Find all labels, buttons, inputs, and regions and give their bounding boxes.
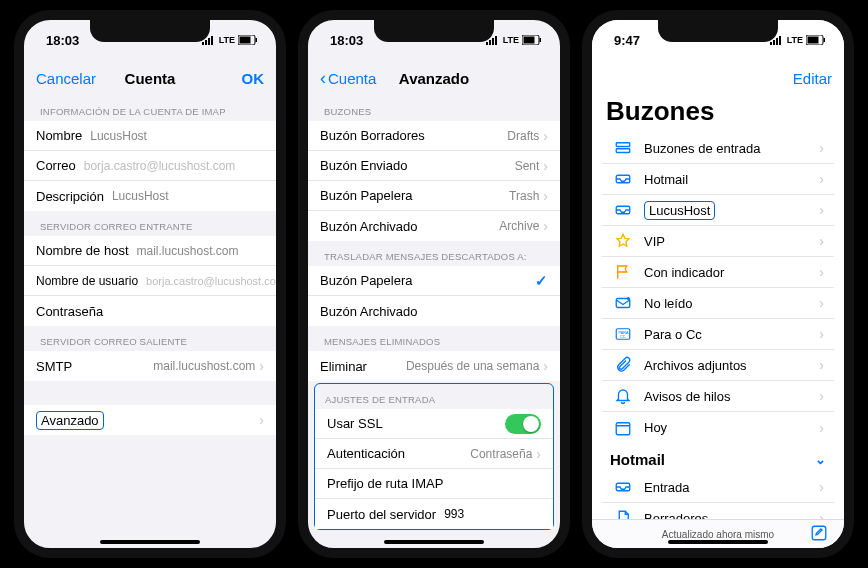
smtp-row[interactable]: SMTP mail.lucushost.com › [24, 351, 276, 381]
chevron-down-icon: ⌄ [815, 452, 826, 467]
footer-status: Actualizado ahora mismo [662, 529, 774, 540]
chevron-right-icon: › [819, 510, 824, 519]
archive-mailbox-row[interactable]: Buzón ArchivadoArchive› [308, 211, 560, 241]
home-indicator [100, 540, 200, 544]
flag-icon [612, 261, 634, 283]
mailbox-flagged[interactable]: Con indicador› [602, 257, 834, 288]
name-field[interactable]: Nombre LucusHost [24, 121, 276, 151]
svg-text:CC: CC [620, 335, 626, 339]
back-button[interactable]: ‹ Cuenta [320, 68, 376, 89]
compose-button[interactable] [810, 524, 828, 544]
mailbox-hotmail[interactable]: Hotmail› [602, 164, 834, 195]
svg-rect-10 [495, 36, 497, 45]
mailbox-to-cc[interactable]: PARACCPara o Cc› [602, 319, 834, 350]
mailbox-lucushost[interactable]: LucusHost› [602, 195, 834, 226]
svg-rect-21 [616, 143, 630, 147]
section-header-deleted: MENSAJES ELIMINADOS [308, 326, 560, 351]
notch [658, 20, 778, 42]
home-indicator [384, 540, 484, 544]
mail-label: Correo [36, 158, 76, 173]
mailbox-group-main: Buzones de entrada› Hotmail› LucusHost› … [602, 133, 834, 443]
chevron-right-icon: › [259, 412, 264, 428]
sent-mailbox-row[interactable]: Buzón EnviadoSent› [308, 151, 560, 181]
envelope-badge-icon [612, 292, 634, 314]
svg-rect-2 [208, 38, 210, 45]
mail-field[interactable]: Correo borja.castro@lucushost.com [24, 151, 276, 181]
svg-rect-14 [770, 42, 772, 45]
content: INFORMACIÓN DE LA CUENTA DE IMAP Nombre … [24, 96, 276, 548]
mailbox-today[interactable]: Hoy› [602, 412, 834, 443]
chevron-right-icon: › [819, 479, 824, 495]
chevron-right-icon: › [819, 171, 824, 187]
chevron-right-icon: › [819, 420, 824, 436]
section-header-incoming-settings: AJUSTES DE ENTRADA [315, 384, 553, 409]
host-field[interactable]: Nombre de host mail.lucushost.com [24, 236, 276, 266]
discard-archive-row[interactable]: Buzón Archivado [308, 296, 560, 326]
svg-rect-19 [808, 37, 819, 44]
svg-point-26 [627, 297, 630, 300]
inbox-icon [612, 476, 634, 498]
phone-account: 18:03 LTE Cancelar Cuenta OK INFORMACIÓN… [14, 10, 286, 558]
ssl-toggle[interactable] [505, 414, 541, 434]
svg-rect-8 [489, 40, 491, 45]
cancel-button[interactable]: Cancelar [36, 70, 96, 87]
desc-field[interactable]: Descripción LucusHost [24, 181, 276, 211]
auth-row[interactable]: AutenticaciónContraseña› [315, 439, 553, 469]
chevron-right-icon: › [543, 358, 548, 374]
svg-rect-20 [824, 38, 826, 42]
hotmail-inbox[interactable]: Entrada› [602, 472, 834, 503]
status-lte: LTE [219, 35, 235, 45]
chevron-right-icon: › [819, 264, 824, 280]
svg-rect-0 [202, 42, 204, 45]
phone-mailboxes: 9:47 LTE Editar Buzones Buzones de entra… [582, 10, 854, 558]
chevron-right-icon: › [543, 188, 548, 204]
notch [90, 20, 210, 42]
status-lte: LTE [787, 35, 803, 45]
pass-label: Contraseña [36, 304, 103, 319]
battery-icon [522, 35, 542, 45]
section-header-outgoing: SERVIDOR CORREO SALIENTE [24, 326, 276, 351]
section-header-account-info: INFORMACIÓN DE LA CUENTA DE IMAP [24, 96, 276, 121]
status-time: 18:03 [46, 33, 79, 48]
inbox-icon [612, 168, 634, 190]
pass-field[interactable]: Contraseña [24, 296, 276, 326]
mailbox-all-inboxes[interactable]: Buzones de entrada› [602, 133, 834, 164]
svg-rect-6 [256, 38, 258, 42]
mailbox-attachments[interactable]: Archivos adjuntos› [602, 350, 834, 381]
host-label: Nombre de host [36, 243, 129, 258]
section-header-mailboxes: BUZONES [308, 96, 560, 121]
trash-mailbox-row[interactable]: Buzón PapeleraTrash› [308, 181, 560, 211]
user-field[interactable]: Nombre de usuario borja.castro@lucushost… [24, 266, 276, 296]
port-row[interactable]: Puerto del servidor993 [315, 499, 553, 529]
edit-button[interactable]: Editar [793, 70, 832, 87]
svg-rect-22 [616, 149, 630, 153]
bell-icon [612, 385, 634, 407]
ssl-row[interactable]: Usar SSL [315, 409, 553, 439]
imap-prefix-row[interactable]: Prefijo de ruta IMAP [315, 469, 553, 499]
advanced-row[interactable]: Avanzado › [24, 405, 276, 435]
chevron-right-icon: › [819, 233, 824, 249]
mail-value: borja.castro@lucushost.com [84, 159, 264, 173]
status-time: 9:47 [614, 33, 640, 48]
section-header-incoming: SERVIDOR CORREO ENTRANTE [24, 211, 276, 236]
mailbox-vip[interactable]: VIP› [602, 226, 834, 257]
discard-trash-row[interactable]: Buzón Papelera✓ [308, 266, 560, 296]
status-lte: LTE [503, 35, 519, 45]
desc-value: LucusHost [112, 189, 264, 203]
drafts-mailbox-row[interactable]: Buzón BorradoresDrafts› [308, 121, 560, 151]
battery-icon [806, 35, 826, 45]
mailbox-thread-notify[interactable]: Avisos de hilos› [602, 381, 834, 412]
remove-row[interactable]: EliminarDespués de una semana› [308, 351, 560, 381]
content: BUZONES Buzón BorradoresDrafts› Buzón En… [308, 96, 560, 548]
chevron-right-icon: › [543, 158, 548, 174]
hotmail-drafts[interactable]: Borradores› [602, 503, 834, 519]
star-icon [612, 230, 634, 252]
ok-button[interactable]: OK [242, 70, 265, 87]
chevron-right-icon: › [819, 388, 824, 404]
phone-advanced: 18:03 LTE ‹ Cuenta Avanzado BUZONES Buzó… [298, 10, 570, 558]
mailbox-unread[interactable]: No leído› [602, 288, 834, 319]
document-icon [612, 507, 634, 519]
chevron-right-icon: › [819, 140, 824, 156]
hotmail-section-header[interactable]: Hotmail ⌄ [592, 443, 844, 472]
chevron-right-icon: › [819, 357, 824, 373]
